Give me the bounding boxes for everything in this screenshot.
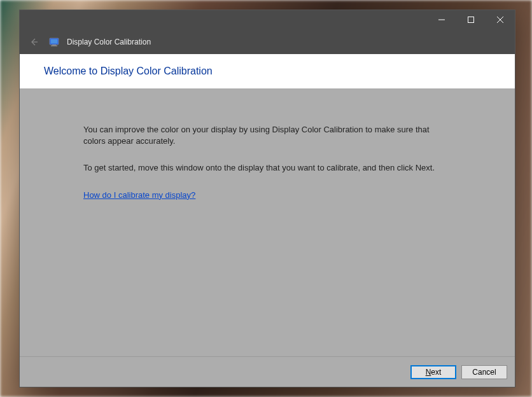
svg-rect-3 [52, 45, 56, 46]
wizard-content: You can improve the color on your displa… [20, 88, 515, 356]
next-button[interactable]: Next [410, 365, 456, 379]
page-title: Welcome to Display Color Calibration [20, 54, 515, 88]
app-title: Display Color Calibration [67, 38, 151, 46]
maximize-icon [468, 17, 474, 23]
svg-rect-2 [51, 39, 58, 43]
svg-rect-4 [51, 45, 57, 46]
next-label-rest: ext [431, 368, 441, 377]
monitor-icon [49, 37, 59, 47]
back-arrow-icon [29, 37, 39, 47]
app-icon [49, 37, 59, 47]
minimize-icon [438, 17, 445, 23]
close-icon [497, 17, 503, 23]
wizard-header-row: Display Color Calibration [20, 29, 515, 54]
wizard-footer: Next Cancel [20, 356, 515, 387]
cancel-button[interactable]: Cancel [461, 365, 507, 379]
intro-paragraph-1: You can improve the color on your displa… [83, 124, 451, 147]
intro-paragraph-2: To get started, move this window onto th… [83, 162, 451, 174]
svg-rect-0 [468, 17, 474, 23]
next-accelerator: N [426, 368, 431, 377]
minimize-button[interactable] [427, 10, 456, 29]
help-link[interactable]: How do I calibrate my display? [83, 190, 195, 200]
back-button[interactable] [26, 34, 41, 50]
maximize-button[interactable] [456, 10, 486, 29]
close-button[interactable] [486, 10, 515, 29]
window-titlebar [20, 10, 515, 29]
calibration-wizard-window: Display Color Calibration Welcome to Dis… [19, 10, 515, 387]
